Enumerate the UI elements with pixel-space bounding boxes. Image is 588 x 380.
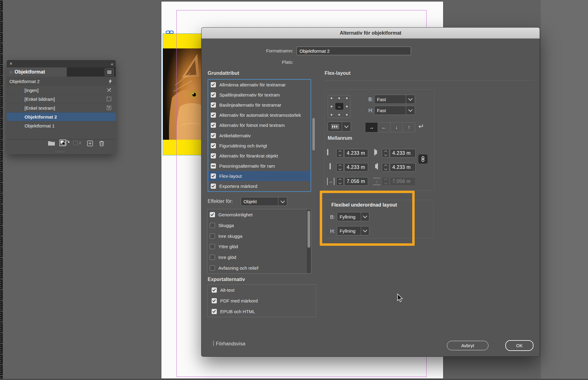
checkbox[interactable] [211, 123, 216, 128]
spacing-right-field[interactable]: 4.233 m [390, 163, 416, 172]
style-row-objektformat-1[interactable]: Objektformat 1 [7, 121, 116, 130]
style-group-folder-icon[interactable] [48, 140, 55, 146]
alignment-proxy-grid[interactable]: ↔ [328, 95, 351, 118]
spacing-left-field[interactable]: 4.233 m [390, 149, 416, 158]
checkbox[interactable] [211, 133, 216, 138]
effects-scroll-track[interactable] [307, 210, 311, 273]
checkbox[interactable] [211, 82, 216, 87]
link-spacing-button[interactable] [418, 154, 428, 164]
basic-item[interactable]: Baslinjealternativ för textramar [208, 100, 311, 110]
cat-photo[interactable] [163, 48, 202, 140]
columns-dropdown[interactable] [328, 122, 351, 131]
spacing-right-stepper[interactable] [382, 163, 389, 172]
quick-apply-icon[interactable] [108, 79, 112, 84]
effect-item[interactable]: Avfasning och relief [207, 263, 311, 273]
checkbox[interactable] [211, 173, 216, 179]
resize-center-icon[interactable]: ↔ [335, 103, 343, 110]
spacing-bottom-field[interactable]: 4.233 m [344, 163, 368, 172]
checkbox[interactable] [211, 92, 216, 97]
checkbox[interactable] [210, 244, 215, 249]
style-row-bildram[interactable]: [Enkel bildram] [7, 95, 116, 104]
child-width-value: Fyllning [337, 212, 361, 221]
checkbox[interactable] [211, 102, 216, 108]
checkbox[interactable] [210, 265, 215, 271]
effect-item[interactable]: Inre skugga [207, 231, 311, 241]
effect-item[interactable]: Yttre glöd [207, 241, 311, 252]
panel-scroll-grip[interactable] [56, 150, 66, 153]
yellow-bar-bottom[interactable] [163, 140, 202, 155]
clear-overrides-icon[interactable] [59, 139, 70, 148]
item-width-field[interactable]: 7.056 m [344, 177, 368, 186]
effects-scrollbar[interactable] [307, 211, 310, 248]
panel-resize-strip[interactable] [7, 148, 116, 154]
spacing-top-field[interactable]: 4.233 m [344, 149, 368, 158]
chevron-down-icon [406, 106, 415, 115]
basic-item[interactable]: Alternativ för förankrat objekt [208, 151, 311, 161]
wrap-return-icon[interactable]: ↵ [418, 123, 424, 131]
effect-item[interactable]: Genomskinlighet [207, 209, 311, 220]
effects-target-dropdown[interactable]: Objekt [241, 197, 287, 206]
preview-checkbox[interactable] [213, 340, 214, 346]
export-item[interactable]: Alt-text [209, 285, 316, 295]
checkbox[interactable] [211, 112, 216, 118]
new-style-icon[interactable] [87, 140, 93, 146]
direction-down-button[interactable]: ↓ [390, 123, 403, 132]
basic-item[interactable]: Allmänna alternativ för textramar [208, 80, 311, 90]
dialog-titlebar[interactable]: Alternativ för objektformat [202, 28, 540, 39]
object-styles-panel: × « ◇ Objektformat Objektformat 2 [Ingen… [7, 60, 116, 154]
cancel-button[interactable]: Avbryt [447, 341, 488, 350]
break-link-icon[interactable] [73, 140, 81, 146]
style-row-none[interactable]: [Ingen] [7, 86, 116, 95]
width-behavior-dropdown[interactable]: Fast [374, 95, 415, 104]
checkbox[interactable] [210, 223, 215, 228]
panel-menu-icon[interactable] [105, 68, 114, 76]
yellow-bar-top[interactable] [163, 34, 202, 48]
linked-content-icon[interactable] [166, 30, 174, 36]
panel-header: × « [7, 60, 116, 67]
checkbox[interactable] [212, 287, 217, 293]
basic-item[interactable]: Passningsalternativ för ram [208, 161, 311, 171]
direction-left-button[interactable]: ← [378, 123, 390, 132]
spacing-left-stepper[interactable] [382, 149, 389, 158]
format-name-input[interactable]: Objektformat 2 [296, 47, 411, 55]
checkbox[interactable] [211, 153, 216, 158]
checkbox[interactable] [210, 255, 215, 260]
effect-item[interactable]: Inre glöd [207, 252, 311, 263]
direction-up-button[interactable]: ↑ [403, 123, 415, 132]
flex-frame-group[interactable] [163, 33, 202, 155]
child-width-dropdown[interactable]: Fyllning [337, 212, 369, 221]
effect-item[interactable]: Skugga [207, 220, 311, 231]
basic-item-flex-layout-selected[interactable]: Flex-layout [208, 171, 311, 181]
checkbox[interactable] [211, 184, 216, 189]
checkbox-mixed[interactable] [211, 163, 216, 169]
item-width-stepper[interactable] [336, 177, 344, 186]
spacing-bottom-stepper[interactable] [336, 163, 344, 172]
checkbox[interactable] [210, 212, 215, 217]
height-behavior-dropdown[interactable]: Fast [374, 106, 415, 115]
basic-item[interactable]: Alternativ för fotnot med textram [208, 120, 311, 130]
basic-item[interactable]: Artikelalternativ [208, 130, 311, 140]
basic-item[interactable]: Alternativ för automatisk textramsstorle… [208, 110, 311, 120]
export-item[interactable]: EPUB och HTML [209, 306, 316, 317]
export-label: PDF med märkord [220, 298, 258, 303]
style-row-objektformat-2[interactable]: Objektformat 2 [7, 112, 116, 121]
export-item[interactable]: PDF med märkord [209, 295, 316, 306]
checkbox[interactable] [212, 298, 217, 303]
style-row-textram[interactable]: [Enkel textram] [7, 104, 116, 112]
delete-style-icon[interactable] [99, 140, 104, 146]
checkbox[interactable] [210, 234, 215, 239]
basic-list-scrollbar[interactable] [312, 118, 315, 150]
collapse-icon[interactable]: « [111, 61, 113, 66]
checkbox[interactable] [211, 143, 216, 148]
basic-item[interactable]: Spaltlinjealternativ för textram [208, 90, 311, 100]
tab-objektformat[interactable]: ◇ Objektformat [7, 67, 67, 77]
close-icon[interactable]: × [9, 61, 12, 66]
spacing-top-stepper[interactable] [336, 149, 344, 158]
basic-item[interactable]: Exportera märkord [208, 181, 311, 191]
checkbox[interactable] [212, 309, 217, 314]
export-label: EPUB och HTML [220, 309, 255, 314]
ok-button[interactable]: OK [505, 340, 533, 351]
child-height-dropdown[interactable]: Fyllning [337, 226, 369, 235]
direction-right-button[interactable]: → [365, 123, 378, 132]
basic-item[interactable]: Figursättning och övrigt [208, 141, 311, 151]
